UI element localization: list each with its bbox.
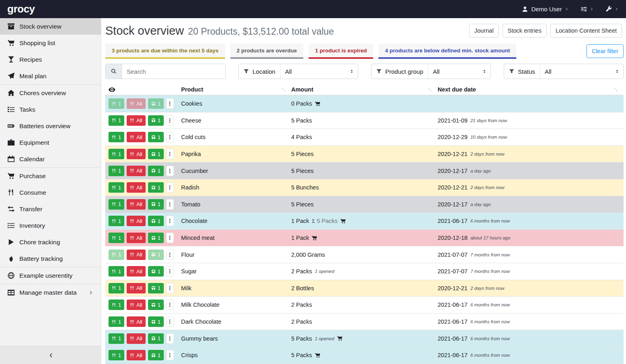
consume-all-button[interactable]: All (127, 333, 145, 344)
table-row[interactable]: 1All1Crisps5 Packs2021-06-176 months fro… (105, 347, 624, 364)
consume-one-button[interactable]: 1 (109, 166, 124, 176)
consume-one-button[interactable]: 1 (109, 266, 124, 277)
consume-one-button[interactable]: 1 (109, 250, 124, 260)
consume-one-button[interactable]: 1 (109, 316, 124, 327)
open-one-button[interactable]: 1 (148, 149, 164, 159)
consume-all-button[interactable]: All (127, 266, 145, 277)
table-row[interactable]: 1All1Radish5 Bunches2020-12-212 days fro… (105, 179, 624, 196)
table-row[interactable]: 1All1Gummy bears5 Packs1 opened2021-06-1… (105, 330, 624, 347)
sidebar-item-batteries-overview[interactable]: Batteries overview (0, 118, 101, 134)
row-menu-button[interactable] (166, 98, 174, 109)
row-menu-button[interactable] (166, 300, 174, 310)
sidebar-item-consume[interactable]: Consume (0, 184, 101, 201)
open-one-button[interactable]: 1 (148, 333, 164, 344)
sidebar-item-tasks[interactable]: Tasks (0, 101, 101, 118)
table-row[interactable]: 1All1Flour2,000 Grams2021-07-077 months … (105, 246, 624, 263)
status-banner-due[interactable]: 3 products are due within the next 5 day… (105, 44, 225, 59)
consume-all-button[interactable]: All (127, 98, 145, 109)
open-one-button[interactable]: 1 (148, 316, 164, 327)
table-row[interactable]: 1All1Sugar2 Packs1 opened2021-07-077 mon… (105, 263, 624, 280)
consume-all-button[interactable]: All (127, 132, 145, 142)
sidebar-item-chore-tracking[interactable]: Chore tracking (0, 234, 101, 250)
sidebar-item-calendar[interactable]: Calendar (0, 151, 101, 167)
table-row[interactable]: 1All1Minced meat1 Pack2020-12-18about 17… (105, 230, 624, 247)
row-menu-button[interactable] (166, 250, 174, 260)
table-row[interactable]: 1All1Cookies0 Packs (105, 96, 624, 112)
row-menu-button[interactable] (166, 115, 174, 126)
user-menu[interactable]: Demo User (522, 6, 569, 12)
location-content-sheet-button[interactable]: Location Content Sheet (550, 24, 622, 37)
sidebar-item-meal-plan[interactable]: Meal plan (0, 68, 101, 84)
table-row[interactable]: 1All1Milk2 Bottles2020-12-212 days from … (105, 280, 624, 297)
table-row[interactable]: 1All1Cold cuts4 Packs2020-12-2910 days f… (105, 129, 624, 146)
open-one-button[interactable]: 1 (148, 132, 164, 142)
sidebar-item-recipes[interactable]: Recipes (0, 51, 101, 68)
table-row[interactable]: 1All1Paprika5 Pieces2020-12-212 days fro… (105, 146, 624, 163)
journal-button[interactable]: Journal (469, 24, 499, 37)
sidebar-item-transfer[interactable]: Transfer (0, 201, 101, 217)
sidebar-item-purchase[interactable]: Purchase (0, 168, 101, 184)
open-one-button[interactable]: 1 (148, 283, 164, 293)
search-input[interactable] (122, 64, 225, 79)
sidebar-item-stock-overview[interactable]: Stock overview (0, 18, 101, 35)
sidebar-item-example-userentity[interactable]: Example userentity (0, 267, 101, 284)
table-row[interactable]: 1All1Milk Chocolate2 Packs2021-06-176 mo… (105, 297, 624, 314)
eye-toggle-button[interactable] (109, 86, 115, 93)
open-one-button[interactable]: 1 (148, 233, 164, 243)
status-banner-expired[interactable]: 1 product is expired (309, 44, 373, 59)
grocy-logo[interactable]: grocy (7, 0, 35, 18)
consume-all-button[interactable]: All (127, 149, 145, 159)
sidebar-item-chores-overview[interactable]: Chores overview (0, 85, 101, 101)
row-menu-button[interactable] (166, 266, 174, 277)
column-header-next-due-date[interactable]: Next due date (438, 86, 624, 93)
consume-all-button[interactable]: All (127, 182, 145, 193)
status-banner-overdue[interactable]: 2 products are overdue (230, 44, 303, 59)
stock-entries-button[interactable]: Stock entries (503, 24, 547, 37)
consume-all-button[interactable]: All (127, 250, 145, 260)
consume-all-button[interactable]: All (127, 283, 145, 293)
open-one-button[interactable]: 1 (148, 166, 164, 176)
row-menu-button[interactable] (166, 350, 174, 360)
row-menu-button[interactable] (166, 316, 174, 327)
consume-one-button[interactable]: 1 (109, 233, 124, 243)
row-menu-button[interactable] (166, 182, 174, 193)
status-banner-belowmin[interactable]: 4 products are below defined min. stock … (378, 44, 516, 59)
sidebar-item-equipment[interactable]: Equipment (0, 134, 101, 151)
open-one-button[interactable]: 1 (148, 98, 164, 109)
consume-all-button[interactable]: All (127, 300, 145, 310)
row-menu-button[interactable] (166, 283, 174, 293)
sidebar-item-manage-master-data[interactable]: Manage master data (0, 284, 101, 301)
column-header-product[interactable]: Product (181, 86, 291, 93)
column-header-amount[interactable]: Amount (291, 86, 438, 93)
row-menu-button[interactable] (166, 199, 174, 210)
location-select[interactable]: All (280, 64, 358, 79)
open-one-button[interactable]: 1 (148, 350, 164, 360)
consume-one-button[interactable]: 1 (109, 283, 124, 293)
sidebar-item-shopping-list[interactable]: Shopping list (0, 35, 101, 51)
consume-one-button[interactable]: 1 (109, 115, 124, 126)
consume-all-button[interactable]: All (127, 316, 145, 327)
sidebar-item-battery-tracking[interactable]: Battery tracking (0, 250, 101, 267)
consume-one-button[interactable]: 1 (109, 333, 124, 344)
open-one-button[interactable]: 1 (148, 182, 164, 193)
row-menu-button[interactable] (166, 333, 174, 344)
table-row[interactable]: 1All1Cheese5 Packs2021-01-0921 days from… (105, 112, 624, 129)
consume-one-button[interactable]: 1 (109, 149, 124, 159)
consume-all-button[interactable]: All (127, 233, 145, 243)
table-row[interactable]: 1All1Dark Chocolate2 Packs2021-06-176 mo… (105, 314, 624, 331)
sidebar-item-inventory[interactable]: Inventory (0, 217, 101, 234)
consume-all-button[interactable]: All (127, 166, 145, 176)
consume-one-button[interactable]: 1 (109, 300, 124, 310)
consume-all-button[interactable]: All (127, 199, 145, 210)
table-row[interactable]: 1All1Tomato5 Pieces2020-12-17a day ago (105, 196, 624, 213)
open-one-button[interactable]: 1 (148, 266, 164, 277)
row-menu-button[interactable] (166, 149, 174, 159)
open-one-button[interactable]: 1 (148, 250, 164, 260)
clear-filter-button[interactable]: Clear filter (586, 44, 624, 58)
row-menu-button[interactable] (166, 233, 174, 243)
open-one-button[interactable]: 1 (148, 115, 164, 126)
consume-one-button[interactable]: 1 (109, 132, 124, 142)
consume-all-button[interactable]: All (127, 350, 145, 360)
consume-all-button[interactable]: All (127, 115, 145, 126)
consume-one-button[interactable]: 1 (109, 182, 124, 193)
